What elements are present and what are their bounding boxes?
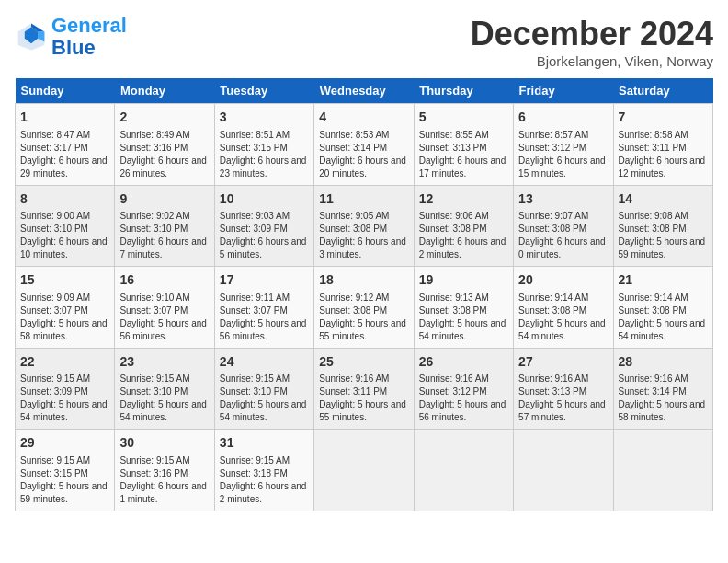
day-cell: 13Sunrise: 9:07 AMSunset: 3:08 PMDayligh… [514, 185, 613, 267]
day-number: 26 [419, 353, 508, 372]
day-cell: 31Sunrise: 9:15 AMSunset: 3:18 PMDayligh… [214, 430, 313, 511]
week-row-4: 22Sunrise: 9:15 AMSunset: 3:09 PMDayligh… [16, 348, 713, 430]
day-number: 24 [220, 353, 309, 372]
day-number: 7 [619, 109, 708, 127]
day-cell: 7Sunrise: 8:58 AMSunset: 3:11 PMDaylight… [613, 104, 712, 186]
location: Bjorkelangen, Viken, Norway [471, 53, 713, 69]
day-info: Sunrise: 9:02 AMSunset: 3:10 PMDaylight:… [119, 210, 209, 261]
day-cell [314, 430, 414, 511]
week-row-5: 29Sunrise: 9:15 AMSunset: 3:15 PMDayligh… [16, 430, 713, 511]
day-number: 6 [518, 109, 608, 127]
day-info: Sunrise: 9:00 AMSunset: 3:10 PMDaylight:… [20, 210, 109, 261]
day-info: Sunrise: 9:16 AMSunset: 3:13 PMDaylight:… [518, 373, 608, 424]
day-cell [514, 430, 613, 511]
day-cell: 23Sunrise: 9:15 AMSunset: 3:10 PMDayligh… [115, 348, 214, 430]
day-number: 20 [518, 271, 608, 290]
day-info: Sunrise: 9:11 AMSunset: 3:07 PMDaylight:… [220, 292, 309, 343]
day-cell: 24Sunrise: 9:15 AMSunset: 3:10 PMDayligh… [214, 348, 313, 430]
day-cell: 21Sunrise: 9:14 AMSunset: 3:08 PMDayligh… [613, 267, 712, 349]
day-cell: 18Sunrise: 9:12 AMSunset: 3:08 PMDayligh… [314, 267, 414, 349]
day-number: 19 [419, 271, 508, 290]
day-cell: 14Sunrise: 9:08 AMSunset: 3:08 PMDayligh… [613, 185, 712, 267]
week-row-2: 8Sunrise: 9:00 AMSunset: 3:10 PMDaylight… [16, 185, 713, 267]
month-title: December 2024 [471, 15, 713, 53]
day-number: 18 [319, 271, 408, 290]
day-cell: 25Sunrise: 9:16 AMSunset: 3:11 PMDayligh… [314, 348, 414, 430]
day-info: Sunrise: 8:55 AMSunset: 3:13 PMDaylight:… [419, 129, 508, 180]
day-number: 15 [20, 271, 109, 290]
day-cell: 15Sunrise: 9:09 AMSunset: 3:07 PMDayligh… [16, 267, 115, 349]
day-info: Sunrise: 8:49 AMSunset: 3:16 PMDaylight:… [119, 129, 209, 180]
header-saturday: Saturday [613, 78, 712, 104]
day-info: Sunrise: 9:10 AMSunset: 3:07 PMDaylight:… [119, 292, 209, 343]
day-number: 31 [220, 434, 309, 453]
day-number: 3 [220, 109, 309, 127]
day-cell: 8Sunrise: 9:00 AMSunset: 3:10 PMDaylight… [16, 185, 115, 267]
day-number: 11 [319, 190, 408, 209]
day-cell: 10Sunrise: 9:03 AMSunset: 3:09 PMDayligh… [214, 185, 313, 267]
day-info: Sunrise: 9:15 AMSunset: 3:16 PMDaylight:… [119, 454, 209, 506]
header-row: SundayMondayTuesdayWednesdayThursdayFrid… [16, 78, 713, 104]
day-cell: 2Sunrise: 8:49 AMSunset: 3:16 PMDaylight… [115, 104, 214, 186]
header-wednesday: Wednesday [314, 78, 414, 104]
day-info: Sunrise: 9:15 AMSunset: 3:15 PMDaylight:… [20, 454, 109, 506]
day-info: Sunrise: 9:14 AMSunset: 3:08 PMDaylight:… [518, 292, 608, 343]
day-number: 14 [619, 190, 708, 209]
day-info: Sunrise: 9:15 AMSunset: 3:10 PMDaylight:… [220, 373, 309, 424]
day-cell: 1Sunrise: 8:47 AMSunset: 3:17 PMDaylight… [16, 104, 115, 186]
day-cell: 4Sunrise: 8:53 AMSunset: 3:14 PMDaylight… [314, 104, 414, 186]
day-cell: 17Sunrise: 9:11 AMSunset: 3:07 PMDayligh… [214, 267, 313, 349]
day-info: Sunrise: 8:58 AMSunset: 3:11 PMDaylight:… [619, 129, 708, 180]
day-info: Sunrise: 9:16 AMSunset: 3:14 PMDaylight:… [619, 373, 708, 424]
day-info: Sunrise: 8:53 AMSunset: 3:14 PMDaylight:… [319, 129, 408, 180]
day-cell: 19Sunrise: 9:13 AMSunset: 3:08 PMDayligh… [414, 267, 513, 349]
day-cell: 9Sunrise: 9:02 AMSunset: 3:10 PMDaylight… [115, 185, 214, 267]
day-number: 22 [20, 353, 109, 372]
week-row-1: 1Sunrise: 8:47 AMSunset: 3:17 PMDaylight… [16, 104, 713, 186]
day-number: 13 [518, 190, 608, 209]
day-info: Sunrise: 9:15 AMSunset: 3:10 PMDaylight:… [119, 373, 209, 424]
day-number: 2 [119, 109, 209, 127]
day-cell: 26Sunrise: 9:16 AMSunset: 3:12 PMDayligh… [414, 348, 513, 430]
day-cell: 30Sunrise: 9:15 AMSunset: 3:16 PMDayligh… [115, 430, 214, 511]
day-cell: 6Sunrise: 8:57 AMSunset: 3:12 PMDaylight… [514, 104, 613, 186]
day-cell [414, 430, 513, 511]
day-cell: 3Sunrise: 8:51 AMSunset: 3:15 PMDaylight… [214, 104, 313, 186]
day-number: 23 [119, 353, 209, 372]
week-row-3: 15Sunrise: 9:09 AMSunset: 3:07 PMDayligh… [16, 267, 713, 349]
day-info: Sunrise: 9:16 AMSunset: 3:11 PMDaylight:… [319, 373, 408, 424]
logo: GeneralBlue [15, 15, 127, 59]
day-number: 28 [619, 353, 708, 372]
day-info: Sunrise: 9:06 AMSunset: 3:08 PMDaylight:… [419, 210, 508, 261]
header-thursday: Thursday [414, 78, 513, 104]
header-monday: Monday [115, 78, 214, 104]
day-number: 4 [319, 109, 408, 127]
day-info: Sunrise: 8:51 AMSunset: 3:15 PMDaylight:… [220, 129, 309, 180]
page-header: GeneralBlue December 2024 Bjorkelangen, … [15, 15, 713, 69]
day-number: 5 [419, 109, 508, 127]
day-cell: 16Sunrise: 9:10 AMSunset: 3:07 PMDayligh… [115, 267, 214, 349]
day-number: 10 [220, 190, 309, 209]
header-friday: Friday [514, 78, 613, 104]
day-info: Sunrise: 8:57 AMSunset: 3:12 PMDaylight:… [518, 129, 608, 180]
logo-text: GeneralBlue [51, 15, 127, 59]
day-cell: 11Sunrise: 9:05 AMSunset: 3:08 PMDayligh… [314, 185, 414, 267]
day-info: Sunrise: 9:16 AMSunset: 3:12 PMDaylight:… [419, 373, 508, 424]
day-number: 30 [119, 434, 209, 453]
day-info: Sunrise: 9:15 AMSunset: 3:09 PMDaylight:… [20, 373, 109, 424]
day-number: 12 [419, 190, 508, 209]
day-cell: 20Sunrise: 9:14 AMSunset: 3:08 PMDayligh… [514, 267, 613, 349]
day-number: 25 [319, 353, 408, 372]
day-cell: 22Sunrise: 9:15 AMSunset: 3:09 PMDayligh… [16, 348, 115, 430]
day-number: 27 [518, 353, 608, 372]
day-number: 17 [220, 271, 309, 290]
day-cell: 12Sunrise: 9:06 AMSunset: 3:08 PMDayligh… [414, 185, 513, 267]
day-info: Sunrise: 9:03 AMSunset: 3:09 PMDaylight:… [220, 210, 309, 261]
day-number: 1 [20, 109, 109, 127]
day-info: Sunrise: 8:47 AMSunset: 3:17 PMDaylight:… [20, 129, 109, 180]
day-info: Sunrise: 9:05 AMSunset: 3:08 PMDaylight:… [319, 210, 408, 261]
day-number: 21 [619, 271, 708, 290]
day-number: 29 [20, 434, 109, 453]
day-info: Sunrise: 9:15 AMSunset: 3:18 PMDaylight:… [220, 454, 309, 506]
day-number: 16 [119, 271, 209, 290]
